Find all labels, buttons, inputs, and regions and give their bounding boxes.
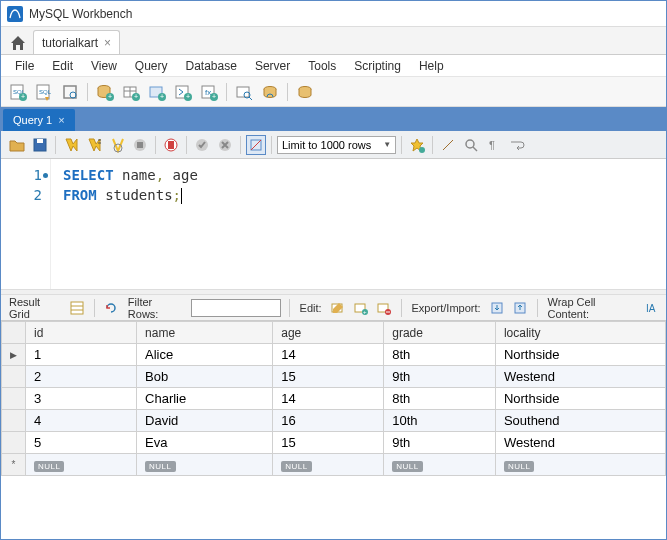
code-area[interactable]: SELECT name, age FROM students; — [51, 159, 198, 289]
result-grid[interactable]: id name age grade locality ▶ 1 Alice 14 … — [1, 321, 666, 539]
cell[interactable]: Westend — [495, 366, 665, 388]
grid-view-icon[interactable] — [69, 299, 86, 317]
search-table-icon[interactable] — [233, 81, 255, 103]
menu-help[interactable]: Help — [411, 57, 452, 75]
invisible-chars-icon[interactable]: ¶ — [484, 135, 504, 155]
query-tab[interactable]: Query 1 × — [3, 109, 75, 131]
cell[interactable]: 3 — [26, 388, 137, 410]
add-row-icon[interactable]: + — [353, 299, 370, 317]
cell[interactable]: 9th — [384, 366, 496, 388]
open-sql-file-icon[interactable]: SQL — [33, 81, 55, 103]
table-row[interactable]: ▶ 1 Alice 14 8th Northside — [2, 344, 666, 366]
wrap-cell-icon[interactable]: IA — [643, 299, 660, 317]
create-function-icon[interactable]: fx+ — [198, 81, 220, 103]
cell-null[interactable]: NULL — [384, 454, 496, 476]
cell[interactable]: 5 — [26, 432, 137, 454]
cell[interactable]: 15 — [273, 366, 384, 388]
cell[interactable]: 4 — [26, 410, 137, 432]
table-row[interactable]: 4 David 16 10th Southend — [2, 410, 666, 432]
menu-server[interactable]: Server — [247, 57, 298, 75]
find-icon[interactable] — [461, 135, 481, 155]
cell[interactable]: 9th — [384, 432, 496, 454]
edit-row-icon[interactable] — [330, 299, 347, 317]
cell[interactable]: 10th — [384, 410, 496, 432]
brush-icon[interactable] — [438, 135, 458, 155]
cell[interactable]: 1 — [26, 344, 137, 366]
save-file-icon[interactable] — [30, 135, 50, 155]
inspector-icon[interactable] — [59, 81, 81, 103]
cell[interactable]: 8th — [384, 388, 496, 410]
filter-rows-input[interactable] — [191, 299, 281, 317]
table-row[interactable]: 5 Eva 15 9th Westend — [2, 432, 666, 454]
table-row[interactable]: 2 Bob 15 9th Westend — [2, 366, 666, 388]
table-row-new[interactable]: * NULL NULL NULL NULL NULL — [2, 454, 666, 476]
toolbar-separator — [186, 136, 187, 154]
cell-null[interactable]: NULL — [495, 454, 665, 476]
rollback-icon[interactable] — [215, 135, 235, 155]
cell[interactable]: Westend — [495, 432, 665, 454]
no-limit-icon[interactable] — [161, 135, 181, 155]
menu-file[interactable]: File — [7, 57, 42, 75]
execute-current-icon[interactable] — [84, 135, 104, 155]
column-header[interactable]: id — [26, 322, 137, 344]
menu-view[interactable]: View — [83, 57, 125, 75]
null-badge: NULL — [504, 461, 534, 472]
cell[interactable]: 14 — [273, 344, 384, 366]
create-procedure-icon[interactable]: + — [172, 81, 194, 103]
table-row[interactable]: 3 Charlie 14 8th Northside — [2, 388, 666, 410]
menu-tools[interactable]: Tools — [300, 57, 344, 75]
create-schema-icon[interactable]: + — [94, 81, 116, 103]
cell[interactable]: 16 — [273, 410, 384, 432]
cell[interactable]: 14 — [273, 388, 384, 410]
column-header[interactable]: name — [137, 322, 273, 344]
menu-query[interactable]: Query — [127, 57, 176, 75]
close-icon[interactable]: × — [104, 36, 111, 50]
create-view-icon[interactable]: + — [146, 81, 168, 103]
column-header[interactable]: locality — [495, 322, 665, 344]
explain-icon[interactable] — [107, 135, 127, 155]
cell[interactable]: 15 — [273, 432, 384, 454]
column-header[interactable]: grade — [384, 322, 496, 344]
dashboard-icon[interactable] — [294, 81, 316, 103]
toolbar-separator — [537, 299, 538, 317]
column-header[interactable]: age — [273, 322, 384, 344]
cell[interactable]: Charlie — [137, 388, 273, 410]
cell[interactable]: Bob — [137, 366, 273, 388]
menu-scripting[interactable]: Scripting — [346, 57, 409, 75]
open-file-icon[interactable] — [7, 135, 27, 155]
cell[interactable]: Southend — [495, 410, 665, 432]
home-icon[interactable] — [7, 32, 29, 54]
limit-rows-combo[interactable]: Limit to 1000 rows ▼ — [277, 136, 396, 154]
sql-editor[interactable]: 1 2 SELECT name, age FROM students; — [1, 159, 666, 289]
cell[interactable]: Eva — [137, 432, 273, 454]
cell[interactable]: David — [137, 410, 273, 432]
create-table-icon[interactable]: + — [120, 81, 142, 103]
connection-tab[interactable]: tutorialkart × — [33, 30, 120, 54]
cell[interactable]: 8th — [384, 344, 496, 366]
execute-icon[interactable] — [61, 135, 81, 155]
wrap-icon[interactable] — [507, 135, 527, 155]
import-icon[interactable] — [512, 299, 529, 317]
new-sql-tab-icon[interactable]: SQL+ — [7, 81, 29, 103]
cell[interactable]: 2 — [26, 366, 137, 388]
commit-icon[interactable] — [192, 135, 212, 155]
cell[interactable]: Northside — [495, 388, 665, 410]
svg-point-45 — [466, 140, 474, 148]
refresh-icon[interactable] — [103, 299, 120, 317]
autocommit-icon[interactable] — [246, 135, 266, 155]
delete-row-icon[interactable] — [376, 299, 393, 317]
cell[interactable]: Alice — [137, 344, 273, 366]
cell-null[interactable]: NULL — [137, 454, 273, 476]
result-grid-label: Result Grid — [7, 296, 63, 320]
close-icon[interactable]: × — [58, 114, 64, 126]
cell-null[interactable]: NULL — [273, 454, 384, 476]
cell[interactable]: Northside — [495, 344, 665, 366]
svg-rect-38 — [137, 142, 143, 148]
reconnect-icon[interactable] — [259, 81, 281, 103]
beautify-icon[interactable] — [407, 135, 427, 155]
stop-icon[interactable] — [130, 135, 150, 155]
menu-database[interactable]: Database — [178, 57, 245, 75]
export-icon[interactable] — [489, 299, 506, 317]
menu-edit[interactable]: Edit — [44, 57, 81, 75]
cell-null[interactable]: NULL — [26, 454, 137, 476]
